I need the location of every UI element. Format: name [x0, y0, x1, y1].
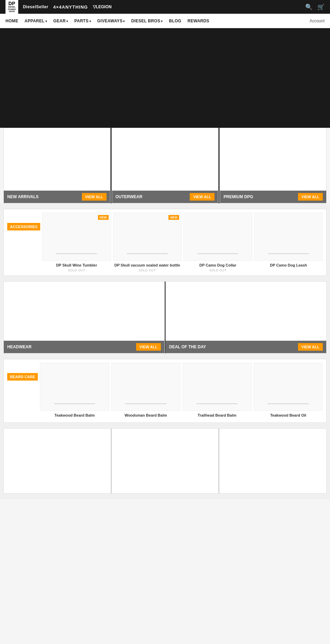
new-arrivals-view-all[interactable]: VIEW ALL — [82, 193, 107, 201]
product-image-skull-bottle: NEW — [113, 213, 182, 261]
image-bar-b3 — [197, 403, 238, 404]
new-badge-1: NEW — [98, 215, 109, 220]
product-card-camo-collar[interactable]: DP Camo Dog Collar SOLD OUT — [184, 213, 252, 272]
product-image-camo-leash — [254, 213, 323, 261]
product-card-skull-wine[interactable]: NEW DP Skull Wine Tumbler SOLD OUT — [42, 213, 111, 272]
category-banners: NEW ARRIVALS VIEW ALL OUTERWEAR VIEW ALL… — [3, 128, 327, 203]
product-status-skull-bottle: SOLD OUT — [113, 269, 182, 272]
diesel-seller-logo[interactable]: DieselSeller — [23, 4, 48, 9]
product-image-woodsman-balm — [111, 363, 180, 411]
product-card-teakwood-oil[interactable]: Teakwood Beard Oil — [254, 363, 323, 419]
brand-logos: DP DIESELPOWERGEAR DieselSeller 4×4ANYTH… — [6, 0, 112, 14]
nav-item-blog[interactable]: BLOG — [169, 19, 182, 23]
product-image-trailhead-balm — [183, 363, 252, 411]
beard-care-label: BEARD CARE — [7, 373, 38, 381]
bottom-banner-2 — [111, 428, 219, 494]
accessories-label: ACCESSORIES — [7, 223, 40, 230]
product-name-camo-leash: DP Camo Dog Leash — [254, 263, 323, 268]
premium-dpg-banner: PREMIUM DPG VIEW ALL — [220, 128, 327, 203]
accessories-grid: ACCESSORIES NEW DP Skull Wine Tumbler SO… — [3, 209, 327, 276]
premium-dpg-label: PREMIUM DPG — [223, 194, 253, 199]
product-image-teakwood-balm — [40, 363, 109, 411]
outerwear-banner: OUTERWEAR VIEW ALL — [112, 128, 219, 203]
hero-banner — [0, 28, 330, 128]
product-status-skull-wine: SOLD OUT — [42, 269, 111, 272]
product-name-skull-wine: DP Skull Wine Tumbler — [42, 263, 111, 268]
category-banners-section: NEW ARRIVALS VIEW ALL OUTERWEAR VIEW ALL… — [0, 128, 330, 203]
legion-logo[interactable]: ▽LEGION — [93, 4, 112, 9]
headwear-view-all[interactable]: VIEW ALL — [136, 343, 161, 351]
image-bar-b1 — [54, 403, 95, 404]
nav-item-parts[interactable]: PARTS▾ — [74, 19, 91, 23]
deal-of-day-label: DEAL OF THE DAY — [169, 344, 206, 349]
nav-item-giveaways[interactable]: GIVEAWAYS▾ — [97, 19, 125, 23]
dp-letters: DP — [9, 1, 15, 6]
bottom-banners — [3, 428, 327, 494]
image-bar-2 — [127, 253, 167, 254]
outerwear-view-all[interactable]: VIEW ALL — [190, 193, 214, 201]
new-arrivals-overlay: NEW ARRIVALS VIEW ALL — [4, 191, 110, 203]
nav-item-gear[interactable]: GEAR▾ — [53, 19, 68, 23]
main-nav: HOME APPAREL▾ GEAR▾ PARTS▾ GIVEAWAYS▾ DI… — [0, 14, 330, 28]
headwear-banner: HEADWEAR VIEW ALL — [3, 281, 165, 353]
new-badge-2: NEW — [168, 215, 179, 220]
product-image-teakwood-oil — [254, 363, 323, 411]
nav-items: HOME APPAREL▾ GEAR▾ PARTS▾ GIVEAWAYS▾ DI… — [6, 19, 209, 23]
product-image-camo-collar — [184, 213, 252, 261]
deal-of-day-banner: DEAL OF THE DAY VIEW ALL — [165, 281, 327, 353]
product-name-skull-bottle: DP Skull vacuum sealed water bottle — [113, 263, 182, 268]
outerwear-label: OUTERWEAR — [116, 194, 142, 199]
top-bar-icons: 🔍 🛒 — [305, 3, 324, 11]
product-name-teakwood-balm: Teakwood Beard Balm — [40, 413, 109, 418]
product-status-camo-collar: SOLD OUT — [184, 269, 252, 272]
product-name-woodsman-balm: Woodsman Beard Balm — [111, 413, 180, 418]
image-bar-b2 — [125, 403, 166, 404]
image-bar-b4 — [268, 403, 309, 404]
bottom-banner-1 — [3, 428, 111, 494]
image-bar-4 — [268, 253, 309, 254]
nav-item-apparel[interactable]: APPAREL▾ — [24, 19, 47, 23]
product-card-skull-bottle[interactable]: NEW DP Skull vacuum sealed water bottle … — [113, 213, 182, 272]
deal-of-day-view-all[interactable]: VIEW ALL — [298, 343, 323, 351]
headwear-label: HEADWEAR — [7, 344, 32, 349]
product-name-camo-collar: DP Camo Dog Collar — [184, 263, 252, 268]
beard-care-grid: BEARD CARE Teakwood Beard Balm Woodsman … — [3, 359, 327, 422]
premium-dpg-view-all[interactable]: VIEW ALL — [298, 193, 323, 201]
search-icon[interactable]: 🔍 — [305, 3, 312, 11]
cart-icon[interactable]: 🛒 — [317, 3, 324, 11]
nav-item-diesel-bros[interactable]: DIESEL BROS▾ — [131, 19, 163, 23]
nav-item-home[interactable]: HOME — [6, 19, 18, 23]
nav-item-rewards[interactable]: REWARDS — [187, 19, 209, 23]
product-card-woodsman-balm[interactable]: Woodsman Beard Balm — [111, 363, 180, 419]
headwear-overlay: HEADWEAR VIEW ALL — [4, 341, 164, 353]
product-name-teakwood-oil: Teakwood Beard Oil — [254, 413, 323, 418]
dp-logo[interactable]: DP DIESELPOWERGEAR — [6, 0, 18, 14]
outerwear-overlay: OUTERWEAR VIEW ALL — [112, 191, 218, 203]
new-arrivals-banner: NEW ARRIVALS VIEW ALL — [3, 128, 110, 203]
top-bar: DP DIESELPOWERGEAR DieselSeller 4×4ANYTH… — [0, 0, 330, 14]
new-arrivals-label: NEW ARRIVALS — [7, 194, 38, 199]
product-card-trailhead-balm[interactable]: Trailhead Beard Balm — [183, 363, 252, 419]
premium-dpg-overlay: PREMIUM DPG VIEW ALL — [220, 191, 326, 203]
product-image-skull-wine: NEW — [42, 213, 111, 261]
dp-subtext: DIESELPOWERGEAR — [8, 6, 16, 13]
4x4-logo[interactable]: 4×4ANYTHING — [53, 4, 88, 10]
account-link[interactable]: Account — [310, 19, 324, 23]
product-card-camo-leash[interactable]: DP Camo Dog Leash — [254, 213, 323, 269]
product-card-teakwood-balm[interactable]: Teakwood Beard Balm — [40, 363, 109, 419]
image-bar-1 — [56, 253, 97, 254]
bottom-banner-3 — [219, 428, 327, 494]
deal-of-day-overlay: DEAL OF THE DAY VIEW ALL — [166, 341, 326, 353]
dual-banners: HEADWEAR VIEW ALL DEAL OF THE DAY VIEW A… — [3, 281, 327, 353]
accessories-section: ACCESSORIES NEW DP Skull Wine Tumbler SO… — [0, 203, 330, 499]
image-bar-3 — [198, 253, 238, 254]
product-name-trailhead-balm: Trailhead Beard Balm — [183, 413, 252, 418]
